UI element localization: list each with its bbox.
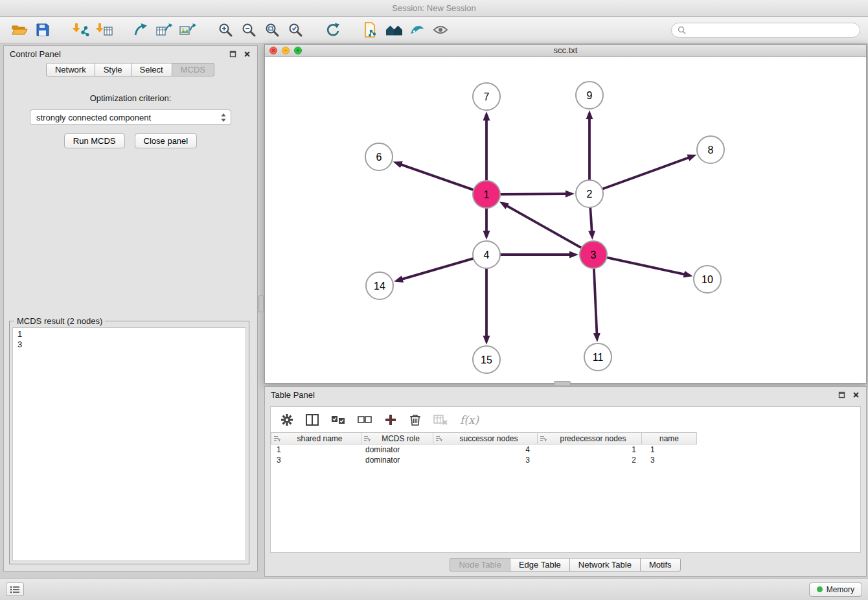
mcds-result-item: 3 [17, 340, 241, 350]
graph-edge-2-8[interactable] [602, 157, 689, 189]
close-panel-action-button[interactable]: Close panel [135, 133, 198, 148]
task-list-icon [10, 586, 20, 594]
table-row[interactable]: 3dominator323 [271, 455, 860, 465]
graph-node-4[interactable]: 4 [473, 241, 500, 268]
graph-edge-1-6[interactable] [401, 165, 474, 190]
trash-icon [409, 413, 421, 426]
zoom-in-button[interactable] [214, 19, 237, 41]
graph-node-15[interactable]: 15 [473, 346, 500, 373]
function-builder-button[interactable]: f(x) [460, 413, 479, 426]
tab-network-table[interactable]: Network Table [569, 558, 641, 571]
graph-node-1[interactable]: 1 [473, 181, 500, 208]
delete-column-button[interactable] [409, 413, 421, 426]
zoom-fit-button[interactable] [260, 19, 284, 41]
float-icon [838, 391, 845, 398]
graph-edge-3-1[interactable] [507, 206, 581, 248]
task-history-button[interactable] [6, 583, 24, 596]
node-table-area: f(x) shared name MCDS role successor nod… [270, 406, 861, 553]
window-zoom-button[interactable]: + [294, 47, 302, 54]
style-brush-icon [409, 23, 425, 36]
criterion-dropdown-value: strongly connected component [36, 113, 151, 122]
criterion-dropdown[interactable]: strongly connected component [30, 110, 231, 125]
tab-network[interactable]: Network [46, 63, 95, 76]
home-button[interactable] [382, 19, 405, 41]
graph-edge-2-3[interactable] [590, 207, 591, 231]
tab-select[interactable]: Select [131, 63, 172, 76]
memory-button[interactable]: Memory [809, 583, 862, 597]
show-hide-button[interactable] [429, 19, 452, 41]
tab-edge-table[interactable]: Edge Table [510, 558, 570, 571]
mcds-result-list[interactable]: 13 [12, 327, 246, 561]
open-network-file-button[interactable] [359, 19, 382, 41]
close-table-panel-button[interactable] [851, 390, 860, 399]
table-panel-title: Table Panel [271, 390, 315, 400]
split-divider-grip-horizontal[interactable] [554, 381, 571, 386]
graph-node-8[interactable]: 8 [697, 136, 724, 163]
style-preview-button[interactable] [405, 19, 429, 41]
graph-node-2[interactable]: 2 [576, 180, 603, 207]
float-table-panel-button[interactable] [837, 390, 846, 399]
split-divider-grip-vertical[interactable] [258, 295, 264, 312]
save-icon [36, 23, 49, 36]
table-cell: 3 [271, 455, 361, 465]
export-table-button[interactable] [153, 19, 176, 41]
table-settings-button[interactable] [280, 413, 293, 426]
columns-icon [306, 414, 319, 426]
column-header-shared-name[interactable]: shared name [271, 432, 361, 444]
graph-node-11[interactable]: 11 [584, 343, 611, 371]
table-row[interactable]: 1dominator411 [271, 444, 860, 455]
float-panel-button[interactable] [228, 49, 237, 58]
close-icon [244, 51, 251, 58]
refresh-view-button[interactable] [321, 19, 345, 41]
graph-edge-4-14[interactable] [402, 259, 474, 279]
zoom-out-button[interactable] [237, 19, 260, 41]
zoom-in-icon [218, 22, 233, 38]
zoom-selected-button[interactable] [284, 19, 307, 41]
window-close-button[interactable]: × [269, 47, 277, 54]
table-cell: dominator [361, 455, 434, 465]
save-session-button[interactable] [31, 19, 54, 41]
sort-icon [540, 435, 547, 442]
graph-node-7[interactable]: 7 [473, 83, 500, 110]
graph-node-3[interactable]: 3 [580, 241, 607, 268]
graph-node-10[interactable]: 10 [694, 266, 721, 293]
sort-icon [363, 435, 371, 442]
add-column-button[interactable] [384, 413, 397, 426]
column-header-predecessor-nodes[interactable]: predecessor nodes [537, 432, 642, 444]
graph-edge-3-11[interactable] [594, 268, 597, 334]
column-header-mcds-role[interactable]: MCDS role [361, 432, 433, 444]
graph-edge-3-10[interactable] [607, 257, 685, 274]
graph-node-14[interactable]: 14 [366, 272, 393, 299]
deselect-all-button[interactable] [358, 415, 372, 425]
search-box[interactable] [671, 23, 860, 38]
column-header-successor-nodes[interactable]: successor nodes [433, 432, 538, 444]
open-session-button[interactable] [8, 19, 31, 41]
search-input[interactable] [690, 25, 854, 35]
tab-mcds[interactable]: MCDS [172, 63, 214, 76]
table-cell: 3 [434, 455, 539, 465]
show-columns-button[interactable] [306, 414, 319, 426]
window-minimize-button[interactable]: − [282, 47, 290, 54]
tab-style[interactable]: Style [95, 63, 131, 76]
column-header-name[interactable]: name [641, 432, 697, 444]
delete-table-button[interactable] [433, 414, 448, 426]
tab-motifs[interactable]: Motifs [640, 558, 681, 571]
export-image-button[interactable] [176, 19, 200, 41]
graph-node-9[interactable]: 9 [576, 82, 603, 109]
tab-node-table[interactable]: Node Table [450, 558, 510, 571]
table-panel-tabs: Node Table Edge Table Network Table Moti… [265, 558, 866, 571]
export-network-button[interactable] [130, 19, 153, 41]
control-panel-header: Control Panel [4, 46, 257, 62]
close-panel-button[interactable] [242, 49, 251, 58]
graph-node-6[interactable]: 6 [365, 143, 393, 170]
import-network-button[interactable] [69, 19, 92, 41]
refresh-icon [325, 22, 341, 38]
import-table-button[interactable] [92, 19, 115, 41]
graph-edge-1-2[interactable] [500, 194, 566, 194]
run-mcds-button[interactable]: Run MCDS [64, 133, 125, 148]
plus-icon [384, 413, 397, 426]
network-canvas[interactable]: 7968124314101511 [265, 58, 866, 384]
memory-status-icon [817, 586, 823, 592]
mcds-result-item: 1 [17, 329, 241, 340]
select-all-button[interactable] [331, 415, 345, 425]
